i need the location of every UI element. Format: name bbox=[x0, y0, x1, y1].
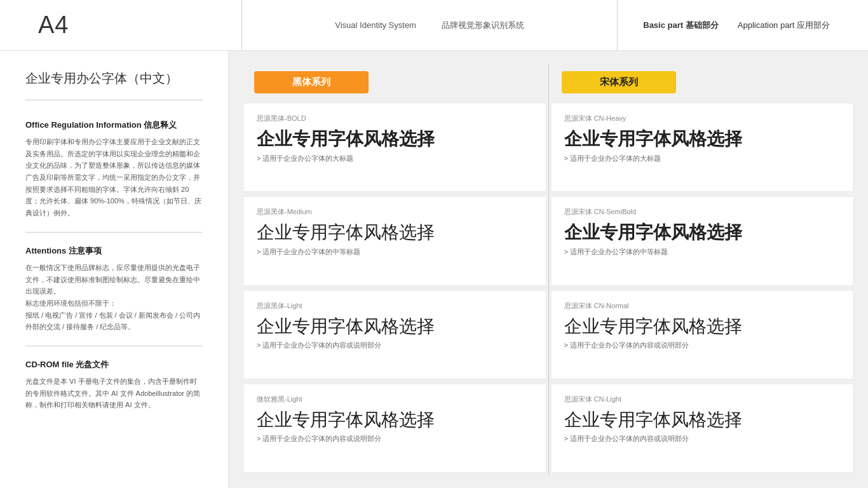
right-card-3: 思源宋体 CN-Normal 企业专用字体风格选择 > 适用于企业办公字体的内容… bbox=[552, 291, 853, 379]
section2-body2: 标志使用环境包括但不限于： bbox=[25, 297, 203, 309]
header-left: A4 bbox=[38, 11, 241, 39]
section2-body1: 在一般情况下使用品牌标志，应尽量使用提供的光盘电子文件，不建议使用标准制图绘制标… bbox=[25, 262, 203, 297]
right-card-2-sample: 企业专用字体风格选择 bbox=[564, 222, 841, 243]
nav-application[interactable]: Application part 应用部分 bbox=[738, 20, 830, 31]
left-header: 黑体系列 bbox=[241, 64, 548, 101]
left-card-1-sample: 企业专用字体风格选择 bbox=[257, 128, 533, 150]
page-id: A4 bbox=[38, 11, 69, 38]
right-card-2: 思源宋体 CN-SemiBold 企业专用字体风格选择 > 适用于企业办公字体的… bbox=[552, 197, 853, 285]
right-card-2-name: 思源宋体 CN-SemiBold bbox=[564, 207, 841, 217]
left-card-4-name: 微软雅黑-Light bbox=[257, 395, 533, 404]
left-card-4-desc: > 适用于企业办公字体的内容或说明部分 bbox=[257, 434, 533, 444]
right-card-3-name: 思源宋体 CN-Normal bbox=[564, 301, 841, 311]
left-card-2-desc: > 适用于企业办公字体的中等标题 bbox=[257, 247, 533, 257]
header-center-left: Visual Identity System bbox=[335, 20, 416, 30]
left-card-1: 思源黑体-BOLD 企业专用字体风格选择 > 适用于企业办公字体的大标题 bbox=[244, 104, 546, 192]
header-nav: Basic part 基础部分 Application part 应用部分 bbox=[618, 20, 830, 31]
left-card-3: 思源黑体-Light 企业专用字体风格选择 > 适用于企业办公字体的内容或说明部… bbox=[244, 291, 546, 379]
left-card-4: 微软雅黑-Light 企业专用字体风格选择 > 适用于企业办公字体的内容或说明部… bbox=[244, 384, 546, 473]
header: A4 Visual Identity System 品牌视觉形象识别系统 Bas… bbox=[0, 0, 868, 51]
right-card-4-desc: > 适用于企业办公字体的内容或说明部分 bbox=[564, 434, 841, 444]
header-center: Visual Identity System 品牌视觉形象识别系统 bbox=[241, 0, 618, 50]
right-card-3-desc: > 适用于企业办公字体的内容或说明部分 bbox=[564, 341, 841, 350]
content-area: 黑体系列 思源黑体-BOLD 企业专用字体风格选择 > 适用于企业办公字体的大标… bbox=[229, 51, 868, 488]
left-card-3-sample: 企业专用字体风格选择 bbox=[257, 316, 533, 337]
sidebar: 企业专用办公字体（中文） Office Regulation Informati… bbox=[0, 51, 229, 488]
right-card-3-sample: 企业专用字体风格选择 bbox=[564, 316, 841, 337]
sidebar-divider-1 bbox=[25, 232, 203, 233]
right-card-1-name: 思源宋体 CN-Heavy bbox=[564, 114, 841, 123]
font-columns-wrapper: 黑体系列 思源黑体-BOLD 企业专用字体风格选择 > 适用于企业办公字体的大标… bbox=[241, 64, 855, 475]
sidebar-section-2: Attentions 注意事项 在一般情况下使用品牌标志，应尽量使用提供的光盘电… bbox=[25, 245, 203, 333]
left-cards: 思源黑体-BOLD 企业专用字体风格选择 > 适用于企业办公字体的大标题 思源黑… bbox=[241, 101, 548, 475]
left-card-2-name: 思源黑体-Medium bbox=[257, 207, 533, 217]
sidebar-section-1: Office Regulation Information 信息释义 专用印刷字… bbox=[25, 119, 203, 219]
section1-body: 专用印刷字体和专用办公字体主要应用于企业文献的正文及实务用品。所选定的字体用以实… bbox=[25, 136, 203, 219]
font-column-left: 黑体系列 思源黑体-BOLD 企业专用字体风格选择 > 适用于企业办公字体的大标… bbox=[241, 64, 548, 475]
header-center-right: 品牌视觉形象识别系统 bbox=[442, 20, 524, 31]
right-card-1: 思源宋体 CN-Heavy 企业专用字体风格选择 > 适用于企业办公字体的大标题 bbox=[552, 104, 853, 192]
right-card-4: 思源宋体 CN-Light 企业专用字体风格选择 > 适用于企业办公字体的内容或… bbox=[552, 384, 853, 473]
left-badge: 黑体系列 bbox=[254, 71, 369, 93]
right-card-1-sample: 企业专用字体风格选择 bbox=[564, 128, 841, 150]
right-card-4-sample: 企业专用字体风格选择 bbox=[564, 409, 841, 431]
section3-title: CD-ROM file 光盘文件 bbox=[25, 359, 203, 370]
left-card-3-desc: > 适用于企业办公字体的内容或说明部分 bbox=[257, 341, 533, 350]
left-card-2: 思源黑体-Medium 企业专用字体风格选择 > 适用于企业办公字体的中等标题 bbox=[244, 197, 546, 285]
section1-title: Office Regulation Information 信息释义 bbox=[25, 119, 203, 131]
right-card-2-desc: > 适用于企业办公字体的中等标题 bbox=[564, 247, 841, 257]
sidebar-section-3: CD-ROM file 光盘文件 光盘文件是本 VI 手册电子文件的集合，内含手… bbox=[25, 359, 203, 411]
left-card-3-name: 思源黑体-Light bbox=[257, 301, 533, 311]
right-cards: 思源宋体 CN-Heavy 企业专用字体风格选择 > 适用于企业办公字体的大标题… bbox=[549, 101, 856, 475]
nav-basic[interactable]: Basic part 基础部分 bbox=[643, 20, 719, 31]
left-card-1-name: 思源黑体-BOLD bbox=[257, 114, 533, 123]
right-card-1-desc: > 适用于企业办公字体的大标题 bbox=[564, 154, 841, 163]
section2-body3: 报纸 / 电视广告 / 宣传 / 包装 / 会议 / 新闻发布会 / 公司内外部… bbox=[25, 309, 203, 333]
left-card-2-sample: 企业专用字体风格选择 bbox=[257, 222, 533, 243]
main-layout: 企业专用办公字体（中文） Office Regulation Informati… bbox=[0, 51, 868, 488]
sidebar-divider-2 bbox=[25, 346, 203, 346]
section3-body: 光盘文件是本 VI 手册电子文件的集合，内含手册制作时的专用软件格式文件。其中 … bbox=[25, 376, 203, 411]
left-card-1-desc: > 适用于企业办公字体的大标题 bbox=[257, 154, 533, 163]
right-card-4-name: 思源宋体 CN-Light bbox=[564, 395, 841, 404]
font-column-right: 宋体系列 思源宋体 CN-Heavy 企业专用字体风格选择 > 适用于企业办公字… bbox=[549, 64, 856, 475]
right-badge: 宋体系列 bbox=[562, 71, 676, 93]
section2-title: Attentions 注意事项 bbox=[25, 245, 203, 257]
right-header: 宋体系列 bbox=[549, 64, 856, 101]
left-card-4-sample: 企业专用字体风格选择 bbox=[257, 409, 533, 431]
sidebar-main-title: 企业专用办公字体（中文） bbox=[25, 70, 203, 100]
